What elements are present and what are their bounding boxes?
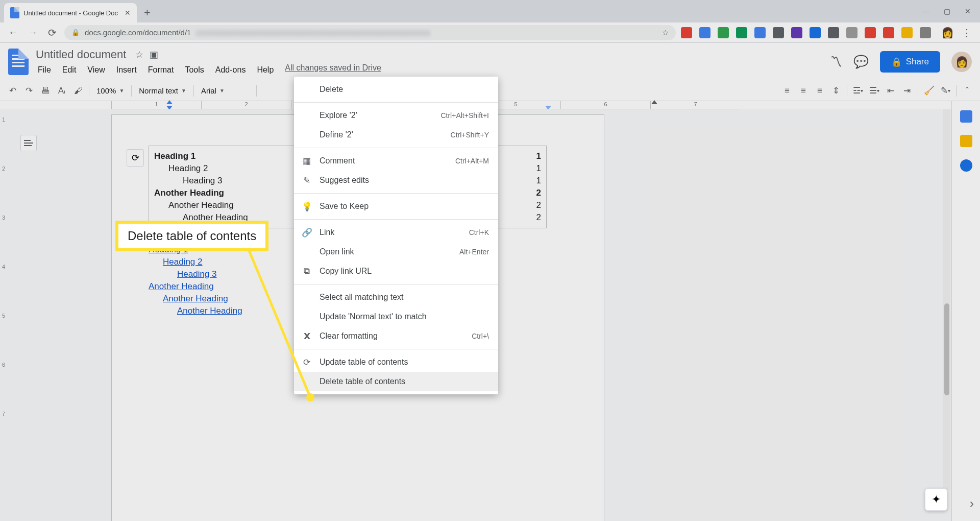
new-tab-button[interactable]: + bbox=[137, 3, 158, 22]
share-button[interactable]: 🔒 Share bbox=[880, 51, 940, 73]
align-right-button[interactable]: ≡ bbox=[812, 83, 827, 99]
extension-icon[interactable] bbox=[883, 27, 894, 38]
extension-icon[interactable] bbox=[699, 27, 710, 38]
extensions-row bbox=[681, 27, 935, 38]
address-bar[interactable]: 🔒 docs.google.com/document/d/1 xxxxxxxxx… bbox=[64, 25, 676, 40]
save-status[interactable]: All changes saved in Drive bbox=[285, 63, 381, 77]
link-icon: 🔗 bbox=[301, 227, 312, 238]
star-bookmark-icon[interactable]: ☆ bbox=[662, 28, 669, 37]
ctx-update-style[interactable]: Update 'Normal text' to match bbox=[294, 307, 498, 326]
ctx-delete[interactable]: Delete bbox=[294, 80, 498, 99]
line-spacing-button[interactable]: ⇕ bbox=[828, 83, 844, 99]
vertical-ruler[interactable]: 1234567 bbox=[0, 109, 10, 521]
extension-icon[interactable] bbox=[865, 27, 876, 38]
print-button[interactable]: 🖶 bbox=[38, 83, 53, 99]
extension-icon[interactable] bbox=[828, 27, 839, 38]
reload-button[interactable]: ⟳ bbox=[45, 27, 59, 39]
side-panel-expand-icon[interactable]: › bbox=[970, 496, 974, 511]
ctx-clear-formatting[interactable]: 𝗫Clear formattingCtrl+\ bbox=[294, 326, 498, 346]
ctx-delete-toc[interactable]: Delete table of contents bbox=[294, 372, 498, 391]
close-tab-icon[interactable]: ✕ bbox=[125, 9, 131, 17]
spellcheck-button[interactable]: Aᵢ bbox=[54, 83, 69, 99]
vertical-scrollbar[interactable] bbox=[943, 109, 950, 490]
extension-icon[interactable] bbox=[681, 27, 692, 38]
ctx-save-keep[interactable]: 💡Save to Keep bbox=[294, 197, 498, 216]
keep-app-icon[interactable] bbox=[960, 135, 972, 147]
outline-toggle-button[interactable] bbox=[20, 135, 37, 151]
bulleted-list-button[interactable]: ☰▾ bbox=[867, 83, 882, 99]
ctx-define[interactable]: Define '2'Ctrl+Shift+Y bbox=[294, 125, 498, 145]
context-menu: Delete Explore '2'Ctrl+Alt+Shift+I Defin… bbox=[294, 77, 498, 394]
window-close-button[interactable]: ✕ bbox=[965, 7, 971, 15]
extension-icon[interactable] bbox=[846, 27, 857, 38]
extension-icon[interactable] bbox=[901, 27, 913, 38]
address-bar-row: ← → ⟳ 🔒 docs.google.com/document/d/1 xxx… bbox=[0, 22, 980, 43]
menu-format[interactable]: Format bbox=[143, 63, 179, 77]
font-select[interactable]: Arial▼ bbox=[197, 86, 253, 95]
paint-format-button[interactable]: 🖌 bbox=[70, 83, 86, 99]
refresh-toc-button[interactable]: ⟳ bbox=[127, 149, 144, 167]
menu-view[interactable]: View bbox=[82, 63, 110, 77]
comments-icon[interactable]: 💬 bbox=[853, 55, 869, 69]
tab-title: Untitled document - Google Doc bbox=[23, 9, 118, 17]
align-center-button[interactable]: ≡ bbox=[796, 83, 811, 99]
menu-insert[interactable]: Insert bbox=[111, 63, 142, 77]
ctx-suggest-edits[interactable]: ✎Suggest edits bbox=[294, 171, 498, 190]
collapse-toolbar-button[interactable]: ˆ bbox=[960, 83, 975, 99]
copy-icon: ⧉ bbox=[301, 266, 312, 276]
profile-avatar-chrome[interactable]: 👩 bbox=[940, 27, 954, 39]
comment-icon: ▦ bbox=[301, 156, 312, 167]
docs-header: Untitled document ☆ ▣ FileEditViewInsert… bbox=[0, 43, 980, 81]
move-folder-icon[interactable]: ▣ bbox=[150, 49, 158, 60]
ctx-update-toc[interactable]: ⟳Update table of contents bbox=[294, 352, 498, 372]
clear-formatting-button[interactable]: 🧹 bbox=[921, 83, 937, 99]
menu-tools[interactable]: Tools bbox=[180, 63, 209, 77]
extension-icon[interactable] bbox=[754, 27, 766, 38]
numbered-list-button[interactable]: ☲▾ bbox=[850, 83, 866, 99]
window-minimize-button[interactable]: — bbox=[922, 7, 929, 15]
zoom-select[interactable]: 100%▼ bbox=[92, 86, 128, 95]
suggest-icon: ✎ bbox=[301, 175, 312, 186]
extension-icon[interactable] bbox=[920, 27, 931, 38]
window-maximize-button[interactable]: ▢ bbox=[944, 7, 950, 15]
decrease-indent-button[interactable]: ⇤ bbox=[883, 83, 898, 99]
ctx-copy-link-url[interactable]: ⧉Copy link URL bbox=[294, 262, 498, 281]
ctx-link[interactable]: 🔗LinkCtrl+K bbox=[294, 223, 498, 242]
explore-fab[interactable]: ✦ bbox=[925, 488, 947, 511]
extension-icon[interactable] bbox=[773, 27, 784, 38]
extension-icon[interactable] bbox=[736, 27, 747, 38]
back-button[interactable]: ← bbox=[6, 27, 20, 38]
extension-icon[interactable] bbox=[791, 27, 802, 38]
calendar-app-icon[interactable] bbox=[960, 110, 972, 123]
undo-button[interactable]: ↶ bbox=[5, 83, 20, 99]
browser-tab[interactable]: Untitled document - Google Doc ✕ bbox=[4, 3, 137, 22]
ctx-comment[interactable]: ▦CommentCtrl+Alt+M bbox=[294, 151, 498, 171]
side-panel bbox=[951, 101, 980, 521]
increase-indent-button[interactable]: ⇥ bbox=[899, 83, 915, 99]
activity-icon[interactable]: 〽 bbox=[830, 55, 842, 69]
style-select[interactable]: Normal text▼ bbox=[135, 86, 190, 95]
url-text: docs.google.com/document/d/1 bbox=[85, 28, 191, 37]
ctx-open-link[interactable]: Open linkAlt+Enter bbox=[294, 242, 498, 262]
extension-icon[interactable] bbox=[810, 27, 821, 38]
menu-add-ons[interactable]: Add-ons bbox=[210, 63, 251, 77]
redo-button[interactable]: ↷ bbox=[21, 83, 37, 99]
tasks-app-icon[interactable] bbox=[960, 159, 972, 172]
menu-edit[interactable]: Edit bbox=[57, 63, 82, 77]
clear-fmt-icon: 𝗫 bbox=[301, 331, 312, 342]
editing-mode-button[interactable]: ✎▾ bbox=[938, 83, 953, 99]
menu-file[interactable]: File bbox=[33, 63, 56, 77]
align-left-button[interactable]: ≡ bbox=[779, 83, 795, 99]
keep-icon: 💡 bbox=[301, 201, 312, 212]
extension-icon[interactable] bbox=[718, 27, 729, 38]
ctx-select-matching[interactable]: Select all matching text bbox=[294, 288, 498, 307]
account-avatar[interactable]: 👩 bbox=[951, 52, 972, 72]
chrome-menu-icon[interactable]: ⋮ bbox=[960, 27, 974, 39]
scroll-thumb[interactable] bbox=[944, 303, 949, 395]
menu-help[interactable]: Help bbox=[252, 63, 279, 77]
doc-title[interactable]: Untitled document bbox=[33, 47, 129, 62]
docs-logo[interactable] bbox=[8, 49, 29, 75]
star-icon[interactable]: ☆ bbox=[135, 49, 143, 60]
forward-button[interactable]: → bbox=[26, 27, 40, 38]
ctx-explore[interactable]: Explore '2'Ctrl+Alt+Shift+I bbox=[294, 106, 498, 125]
